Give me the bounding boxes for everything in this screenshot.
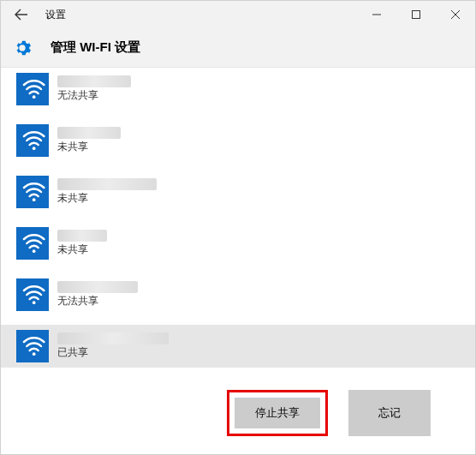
svg-point-1	[33, 95, 36, 99]
close-button[interactable]	[436, 1, 475, 28]
wifi-text: 无法共享	[49, 281, 138, 308]
wifi-name	[57, 230, 107, 242]
action-row: 停止共享 忘记	[1, 368, 475, 436]
wifi-name	[57, 178, 157, 190]
wifi-icon	[16, 73, 49, 105]
wifi-status: 未共享	[57, 191, 157, 206]
wifi-signal-icon	[20, 179, 45, 205]
titlebar: 设置	[1, 1, 475, 28]
wifi-text: 未共享	[49, 178, 157, 206]
svg-point-5	[33, 301, 36, 304]
svg-point-6	[33, 352, 36, 356]
svg-point-3	[33, 198, 36, 201]
wifi-item[interactable]: 未共享	[1, 119, 475, 162]
forget-button[interactable]: 忘记	[348, 390, 431, 436]
wifi-status: 无法共享	[57, 294, 138, 308]
wifi-signal-icon	[20, 128, 45, 153]
svg-point-4	[33, 249, 36, 253]
svg-point-2	[33, 147, 36, 150]
wifi-icon	[16, 227, 49, 260]
minimize-button[interactable]	[357, 1, 396, 28]
wifi-status: 未共享	[57, 140, 121, 154]
maximize-button[interactable]	[396, 1, 436, 28]
stop-share-button[interactable]: 停止共享	[235, 398, 320, 428]
wifi-item[interactable]: 未共享	[1, 222, 475, 265]
wifi-icon	[16, 330, 49, 362]
wifi-item[interactable]: 无法共享	[1, 68, 475, 111]
wifi-signal-icon	[20, 76, 45, 102]
wifi-name	[57, 332, 169, 344]
page-header: 管理 WI-FI 设置	[1, 28, 475, 68]
wifi-icon	[16, 176, 49, 208]
back-button[interactable]	[1, 1, 42, 28]
wifi-signal-icon	[20, 333, 45, 359]
wifi-text: 未共享	[49, 127, 121, 154]
wifi-name	[57, 75, 131, 87]
window-controls	[357, 1, 475, 28]
highlight-box: 停止共享	[227, 390, 328, 436]
svg-rect-0	[413, 11, 420, 19]
wifi-signal-icon	[20, 282, 45, 308]
wifi-icon	[16, 124, 49, 157]
window-title: 设置	[42, 8, 66, 22]
wifi-icon	[16, 278, 49, 311]
wifi-list: 无法共享未共享未共享未共享无法共享已共享	[1, 68, 475, 368]
wifi-item[interactable]: 无法共享	[1, 273, 475, 316]
wifi-status: 已共享	[57, 345, 169, 360]
wifi-name	[57, 127, 121, 139]
wifi-signal-icon	[20, 230, 45, 256]
wifi-text: 无法共享	[49, 75, 131, 103]
wifi-status: 未共享	[57, 242, 107, 257]
wifi-text: 已共享	[49, 332, 169, 360]
wifi-item[interactable]: 已共享	[1, 325, 475, 368]
back-arrow-icon	[15, 8, 28, 21]
wifi-item[interactable]: 未共享	[1, 171, 475, 213]
gear-icon	[13, 39, 32, 57]
wifi-status: 无法共享	[57, 88, 131, 103]
page-title: 管理 WI-FI 设置	[32, 39, 140, 56]
wifi-name	[57, 281, 138, 293]
wifi-text: 未共享	[49, 230, 107, 257]
